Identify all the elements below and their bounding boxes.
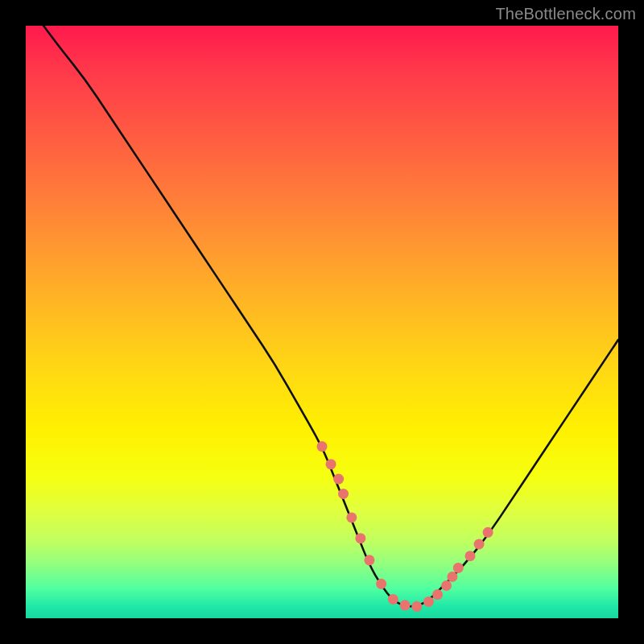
curve-path xyxy=(43,26,618,606)
data-dot xyxy=(453,563,464,573)
data-dot xyxy=(441,580,452,591)
chart-container: TheBottleneck.com xyxy=(0,0,644,644)
data-dot xyxy=(388,594,398,605)
data-dot xyxy=(346,512,357,522)
chart-svg xyxy=(26,26,618,618)
watermark-text: TheBottleneck.com xyxy=(495,5,636,23)
data-dot xyxy=(411,601,422,612)
plot-area xyxy=(26,26,618,618)
data-dot xyxy=(376,579,386,589)
data-dot xyxy=(483,527,493,538)
data-dot xyxy=(432,589,443,600)
data-dot xyxy=(400,600,411,610)
data-dot xyxy=(333,474,344,485)
bottleneck-curve xyxy=(43,26,618,606)
data-dot xyxy=(355,533,365,543)
data-dot xyxy=(364,555,374,565)
data-dot xyxy=(317,441,328,452)
data-dot xyxy=(465,551,476,561)
data-dot xyxy=(447,572,457,582)
data-dot xyxy=(338,489,349,499)
curve-data-points xyxy=(317,441,493,612)
data-dot xyxy=(326,459,336,469)
data-dot xyxy=(474,539,485,550)
data-dot xyxy=(423,597,434,607)
